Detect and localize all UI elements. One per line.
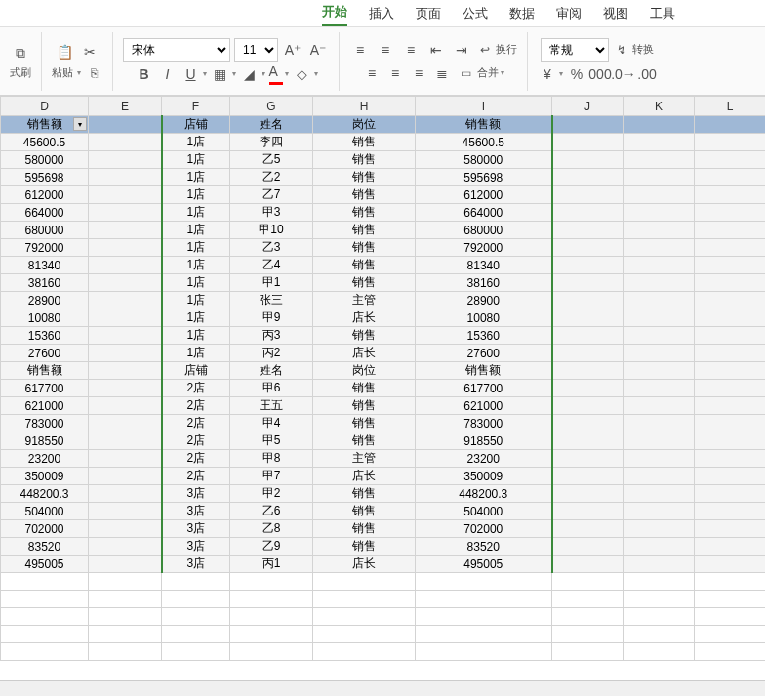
cell-amount[interactable]: 38160 <box>416 274 552 292</box>
cell-name[interactable]: 王五 <box>230 397 313 415</box>
cell[interactable] <box>230 608 313 626</box>
spreadsheet-grid[interactable]: D E F G H I J K L 销售额▾店铺姓名岗位销售额45600.51店… <box>0 96 765 661</box>
col-header-F[interactable]: F <box>162 97 230 116</box>
cell[interactable] <box>624 345 695 362</box>
cell-d[interactable]: 792000 <box>1 239 89 257</box>
cell[interactable] <box>624 556 695 573</box>
cell-amount[interactable]: 495005 <box>416 556 552 573</box>
cell[interactable] <box>89 380 162 397</box>
font-increase-button[interactable]: A⁺ <box>282 39 303 61</box>
align-bot-button[interactable]: ≡ <box>400 39 422 61</box>
cell[interactable] <box>313 591 416 608</box>
cell[interactable] <box>89 608 162 626</box>
wrap-text-button[interactable]: ↩换行 <box>476 41 517 59</box>
cell[interactable] <box>695 503 766 520</box>
cell-role[interactable]: 店长 <box>313 556 416 573</box>
cell[interactable] <box>552 257 624 274</box>
cell-amount[interactable]: 621000 <box>416 397 552 415</box>
cell-shop[interactable]: 1店 <box>162 169 230 186</box>
cell[interactable] <box>624 573 695 591</box>
cell-name[interactable]: 李四 <box>230 134 313 151</box>
cell[interactable] <box>89 362 162 380</box>
cell-shop[interactable]: 2店 <box>162 397 230 415</box>
cell[interactable] <box>624 626 695 643</box>
cell[interactable] <box>695 573 766 591</box>
cell-shop[interactable]: 1店 <box>162 292 230 309</box>
cell-role[interactable]: 销售 <box>313 222 416 239</box>
cell-d[interactable]: 783000 <box>1 415 89 432</box>
cell-shop[interactable]: 2店 <box>162 450 230 468</box>
cell[interactable] <box>624 468 695 485</box>
cell[interactable] <box>695 309 766 327</box>
cell[interactable] <box>552 591 624 608</box>
indent-right-button[interactable]: ⇥ <box>451 39 472 61</box>
align-right-button[interactable]: ≡ <box>409 62 428 84</box>
cell-amount[interactable]: 15360 <box>416 327 552 345</box>
cell-role[interactable]: 销售 <box>313 169 416 186</box>
cell[interactable] <box>552 415 624 432</box>
thousand-button[interactable]: 000 <box>590 63 610 85</box>
cell[interactable] <box>1 643 89 661</box>
cell-amount[interactable]: 595698 <box>416 169 552 186</box>
cell-shop[interactable]: 1店 <box>162 204 230 222</box>
cell-role[interactable]: 销售 <box>313 327 416 345</box>
cell[interactable] <box>624 485 695 503</box>
cell[interactable] <box>695 450 766 468</box>
cell-amount[interactable]: 918550 <box>416 432 552 450</box>
cell-amount[interactable]: 612000 <box>416 186 552 204</box>
spreadsheet-area[interactable]: D E F G H I J K L 销售额▾店铺姓名岗位销售额45600.51店… <box>0 96 765 680</box>
cell-name[interactable]: 甲5 <box>230 432 313 450</box>
cell-role[interactable]: 销售 <box>313 415 416 432</box>
cell-d[interactable]: 15360 <box>1 327 89 345</box>
hdr-shop[interactable]: 店铺 <box>162 362 230 380</box>
cell[interactable] <box>695 538 766 556</box>
clear-format-button[interactable]: ◇▾ <box>293 63 318 85</box>
cell[interactable] <box>552 186 624 204</box>
cell[interactable] <box>552 503 624 520</box>
cell[interactable] <box>313 643 416 661</box>
cell[interactable] <box>695 222 766 239</box>
cell[interactable] <box>162 573 230 591</box>
cell-d[interactable]: 350009 <box>1 468 89 485</box>
cell[interactable] <box>162 626 230 643</box>
cell[interactable] <box>89 432 162 450</box>
cell[interactable] <box>89 274 162 292</box>
col-header-L[interactable]: L <box>695 97 766 116</box>
cell[interactable] <box>89 327 162 345</box>
cell-amount[interactable]: 23200 <box>416 450 552 468</box>
cell[interactable] <box>1 591 89 608</box>
cell[interactable] <box>624 397 695 415</box>
cell[interactable] <box>695 292 766 309</box>
cell-shop[interactable]: 3店 <box>162 556 230 573</box>
hdr-amount[interactable]: 销售额 <box>416 116 552 134</box>
cell[interactable] <box>624 151 695 169</box>
cell[interactable] <box>624 362 695 380</box>
cell-name[interactable]: 甲7 <box>230 468 313 485</box>
cell-d[interactable]: 595698 <box>1 169 89 186</box>
cell[interactable] <box>89 134 162 151</box>
cell[interactable] <box>695 468 766 485</box>
cell[interactable] <box>552 468 624 485</box>
cell-shop[interactable]: 1店 <box>162 327 230 345</box>
cell-role[interactable]: 销售 <box>313 432 416 450</box>
font-size-select[interactable]: 11 <box>234 38 278 62</box>
cell[interactable] <box>695 327 766 345</box>
cell[interactable] <box>695 380 766 397</box>
align-left-button[interactable]: ≡ <box>362 62 382 84</box>
cell[interactable] <box>695 608 766 626</box>
cell-name[interactable]: 甲9 <box>230 309 313 327</box>
cell[interactable] <box>89 556 162 573</box>
cell-amount[interactable]: 448200.3 <box>416 485 552 503</box>
cell-d[interactable]: 612000 <box>1 186 89 204</box>
percent-button[interactable]: % <box>567 63 586 85</box>
cell-role[interactable]: 销售 <box>313 274 416 292</box>
cell-d[interactable]: 83520 <box>1 538 89 556</box>
font-color-button[interactable]: A▾ <box>269 63 289 85</box>
cell[interactable] <box>624 169 695 186</box>
cell-role[interactable]: 销售 <box>313 380 416 397</box>
cell[interactable] <box>552 573 624 591</box>
cell[interactable] <box>313 626 416 643</box>
col-header-K[interactable]: K <box>624 97 695 116</box>
cell-name[interactable]: 乙5 <box>230 151 313 169</box>
cell[interactable] <box>624 222 695 239</box>
